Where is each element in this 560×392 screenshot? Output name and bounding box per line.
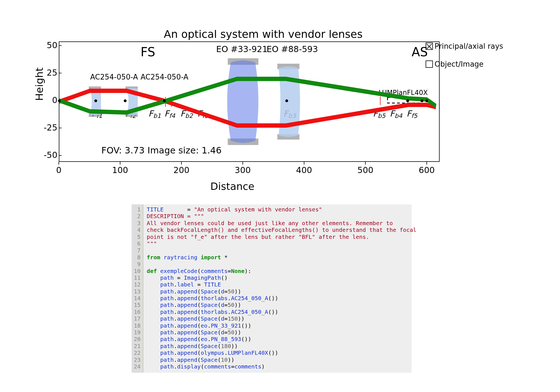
- ytick: -25: [42, 123, 57, 132]
- legend: Principal/axial rays Object/Image: [426, 42, 504, 78]
- principal-point: [124, 99, 127, 102]
- xtick: 400: [296, 165, 312, 175]
- principal-point: [94, 99, 97, 102]
- legend-item: Principal/axial rays: [426, 42, 504, 50]
- ytick: 50: [42, 40, 57, 50]
- legend-marker-objimg: [426, 60, 433, 68]
- principal-point: [425, 99, 428, 102]
- principal-point: [285, 99, 288, 102]
- legend-label: Object/Image: [435, 60, 484, 68]
- code-body: TITLE = "An optical system with vendor l…: [143, 204, 419, 373]
- ytick: 25: [42, 68, 57, 78]
- xtick: 500: [357, 165, 373, 175]
- principal-point: [421, 99, 423, 102]
- optics-chart: An optical system with vendor lenses Hei…: [25, 28, 501, 193]
- legend-marker-rays: [426, 43, 433, 50]
- xtick: 600: [419, 165, 435, 175]
- principal-point: [163, 99, 166, 102]
- x-axis-label: Distance: [25, 181, 440, 192]
- legend-item: Object/Image: [426, 60, 504, 68]
- legend-label: Principal/axial rays: [435, 42, 503, 50]
- code-block: 1 2 3 4 5 6 7 8 9 10 11 12 13 14 15 16 1…: [132, 204, 412, 373]
- line-numbers: 1 2 3 4 5 6 7 8 9 10 11 12 13 14 15 16 1…: [132, 204, 143, 373]
- plot-area: FS AS EO #33-921 EO #88-593 AC254-050-A …: [59, 41, 440, 162]
- principal-point: [406, 99, 409, 102]
- ytick: 0: [42, 95, 57, 105]
- xtick: 100: [112, 165, 128, 175]
- principal-point: [58, 99, 61, 102]
- ytick: -50: [42, 150, 57, 160]
- rays-svg: [59, 42, 439, 161]
- xtick: 300: [235, 165, 251, 175]
- xtick: 200: [173, 165, 189, 175]
- xtick: 0: [56, 165, 61, 175]
- chart-title: An optical system with vendor lenses: [25, 28, 501, 40]
